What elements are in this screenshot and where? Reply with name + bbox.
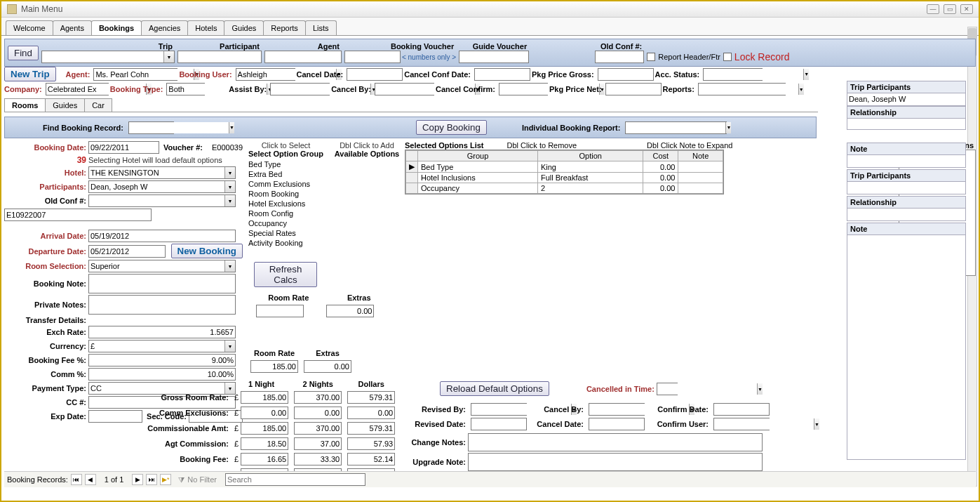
option-room-booking[interactable]: Room Booking (248, 189, 323, 199)
new-trip-button[interactable]: New Trip (4, 67, 56, 81)
company-combo[interactable]: ▼ (46, 83, 109, 95)
agt-1n[interactable] (241, 437, 288, 450)
hotel-combo[interactable]: ▼ (88, 166, 236, 179)
private-notes-input[interactable] (88, 295, 236, 315)
search-input[interactable] (225, 473, 365, 486)
booking-type-combo[interactable]: ▼ (166, 83, 205, 95)
chevron-down-icon[interactable]: ▼ (224, 167, 235, 178)
participants-combo[interactable]: ▼ (88, 180, 236, 193)
revised-date-input[interactable] (471, 418, 527, 430)
close-button[interactable]: ✕ (960, 4, 973, 14)
camt-dol[interactable] (347, 422, 395, 435)
extras-val[interactable] (304, 360, 351, 373)
tab-welcome[interactable]: Welcome (6, 20, 53, 35)
nav-new[interactable]: ▶* (160, 474, 171, 485)
acc-status-combo[interactable]: ▼ (703, 68, 763, 81)
new-booking-button[interactable]: New Booking (171, 244, 243, 258)
cancel-date-input[interactable] (347, 68, 403, 81)
note-value[interactable] (847, 155, 966, 168)
minimize-button[interactable]: — (927, 4, 939, 14)
table-row[interactable]: ▶Bed TypeKing0.00 (406, 161, 723, 173)
revised-by-combo[interactable]: ▼ (471, 403, 527, 416)
assist-by-combo[interactable]: ▼ (270, 83, 330, 95)
tab-bookings[interactable]: Bookings (91, 20, 142, 35)
agent-combo[interactable]: ▼ (93, 68, 177, 81)
agt-2n[interactable] (294, 437, 342, 450)
option-occupancy[interactable]: Occupancy (248, 218, 323, 228)
change-notes-input[interactable] (468, 433, 763, 451)
subtab-guides[interactable]: Guides (45, 98, 85, 112)
subtab-rooms[interactable]: Rooms (4, 98, 46, 112)
room-rate-val[interactable] (250, 360, 298, 373)
cancel-by-combo[interactable]: ▼ (375, 83, 434, 95)
nav-next[interactable]: ▶ (132, 474, 143, 485)
arrival-input[interactable] (88, 230, 236, 242)
confirm-date-input[interactable] (713, 403, 770, 416)
chevron-down-icon[interactable]: ▼ (814, 418, 819, 430)
room-rate-input[interactable] (256, 305, 304, 317)
chevron-down-icon[interactable]: ▼ (725, 122, 731, 133)
cancel-conf-date-input[interactable] (474, 68, 530, 81)
chevron-down-icon[interactable]: ▼ (224, 341, 235, 352)
find-record-combo[interactable]: ▼ (128, 121, 174, 134)
copy-booking-button[interactable]: Copy Booking (416, 120, 487, 135)
option-extra-bed[interactable]: Extra Bed (248, 169, 323, 179)
chevron-down-icon[interactable]: ▼ (798, 84, 804, 95)
cancel-by-combo2[interactable]: ▼ (589, 403, 645, 416)
commex-1n[interactable] (241, 407, 288, 419)
report-header-checkbox[interactable] (647, 53, 655, 61)
guide-voucher-input[interactable] (459, 51, 529, 63)
tab-guides[interactable]: Guides (224, 20, 264, 35)
chevron-down-icon[interactable]: ▼ (757, 383, 763, 395)
tab-lists[interactable]: Lists (305, 20, 337, 35)
individual-report-combo[interactable]: ▼ (625, 121, 727, 134)
chevron-down-icon[interactable]: ▼ (803, 69, 809, 80)
booking-user-combo[interactable]: ▼ (236, 68, 295, 81)
camt-2n[interactable] (294, 422, 342, 435)
tab-reports[interactable]: Reports (263, 20, 306, 35)
pkg-gross-input[interactable] (598, 68, 654, 81)
nav-first[interactable]: ⏮ (71, 474, 82, 485)
bfee-1n[interactable] (241, 453, 288, 465)
tab-hotels[interactable]: Hotels (187, 20, 224, 35)
chevron-down-icon[interactable]: ▼ (224, 260, 235, 272)
old-conf-value[interactable] (4, 209, 152, 221)
reload-default-options-button[interactable]: Reload Default Options (440, 381, 549, 396)
nav-prev[interactable]: ◀ (85, 474, 96, 485)
find-button[interactable]: Find (8, 46, 39, 60)
room-selection-combo[interactable]: ▼ (88, 260, 236, 272)
gross-2n[interactable] (294, 391, 342, 404)
refresh-calcs-button[interactable]: Refresh Calcs (254, 262, 317, 287)
camt-1n[interactable] (241, 422, 288, 435)
chevron-down-icon[interactable]: ▼ (224, 181, 235, 192)
nav-last[interactable]: ⏭ (146, 474, 157, 485)
exp-date-input[interactable] (88, 410, 142, 423)
exch-rate-input[interactable] (88, 326, 236, 338)
commex-2n[interactable] (294, 407, 342, 419)
old-conf-combo[interactable]: ▼ (88, 194, 236, 207)
table-row[interactable]: Hotel InclusionsFull Breakfast0.00 (406, 173, 723, 183)
departure-input[interactable] (88, 245, 166, 258)
cancel-date-input2[interactable] (589, 418, 645, 430)
subtab-car[interactable]: Car (84, 98, 112, 112)
gross-dol[interactable] (347, 391, 395, 404)
selected-options-grid[interactable]: GroupOptionCostNote ▶Bed TypeKing0.00 Ho… (405, 150, 724, 194)
chevron-down-icon[interactable]: ▼ (229, 122, 234, 133)
booking-date-input[interactable] (88, 141, 159, 154)
agent-find-input[interactable] (264, 51, 342, 63)
tab-agents[interactable]: Agents (53, 20, 92, 35)
option-hotel-exclusions[interactable]: Hotel Exclusions (248, 199, 323, 209)
upgrade-note-input[interactable] (468, 453, 763, 471)
reports-combo[interactable]: ▼ (698, 83, 786, 95)
chevron-down-icon[interactable]: ▼ (224, 195, 235, 206)
maximize-button[interactable]: ▭ (944, 4, 956, 14)
booking-fee-pct-input[interactable] (88, 354, 236, 366)
bfee-dol[interactable] (347, 453, 395, 465)
booking-note-input[interactable] (88, 274, 236, 293)
cancel-confirm-combo[interactable]: ▼ (499, 83, 548, 95)
booking-voucher-input[interactable] (344, 51, 401, 63)
extras-input[interactable] (326, 305, 374, 317)
cancelled-in-time-combo[interactable]: ▼ (657, 383, 678, 395)
option-special-rates[interactable]: Special Rates (248, 228, 323, 238)
option-room-config[interactable]: Room Config (248, 209, 323, 218)
